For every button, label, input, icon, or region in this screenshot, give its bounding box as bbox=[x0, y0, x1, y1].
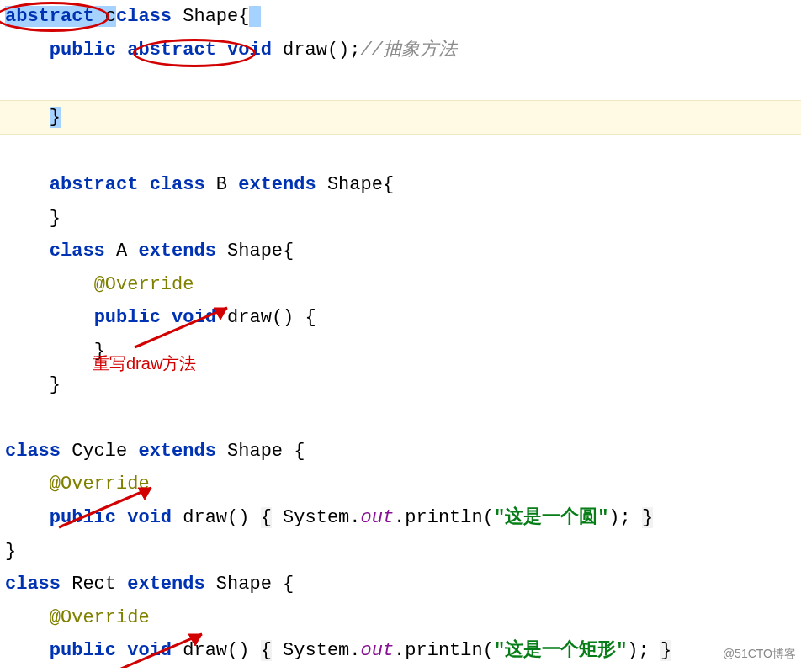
line-1: abstract cclass Shape{ bbox=[5, 6, 261, 27]
arrow-annotation-3 bbox=[101, 627, 219, 668]
line-14: } bbox=[5, 541, 16, 562]
line-2: public abstract void draw();//抽象方法 bbox=[5, 40, 457, 61]
note-override-draw: 重写draw方法 bbox=[93, 348, 196, 378]
line-5: } bbox=[5, 208, 61, 229]
line-6: class A extends Shape{ bbox=[5, 241, 294, 262]
arrow-annotation-1 bbox=[126, 301, 244, 352]
line-15: class Rect extends Shape { bbox=[5, 574, 294, 595]
arrow-annotation-2 bbox=[50, 481, 168, 532]
line-9: } bbox=[5, 341, 105, 362]
svg-line-4 bbox=[109, 634, 202, 668]
line-11: class Cycle extends Shape { bbox=[5, 441, 305, 462]
line-4: abstract class B extends Shape{ bbox=[5, 174, 394, 195]
line-3-highlighted: } bbox=[0, 100, 801, 135]
svg-line-0 bbox=[135, 308, 227, 347]
line-10: } bbox=[5, 374, 61, 395]
line-16: @Override bbox=[5, 607, 150, 628]
svg-line-2 bbox=[59, 488, 151, 527]
line-7: @Override bbox=[5, 274, 194, 295]
watermark: @51CTO博客 bbox=[723, 643, 796, 664]
code-editor[interactable]: abstract cclass Shape{ public abstract v… bbox=[0, 0, 801, 668]
